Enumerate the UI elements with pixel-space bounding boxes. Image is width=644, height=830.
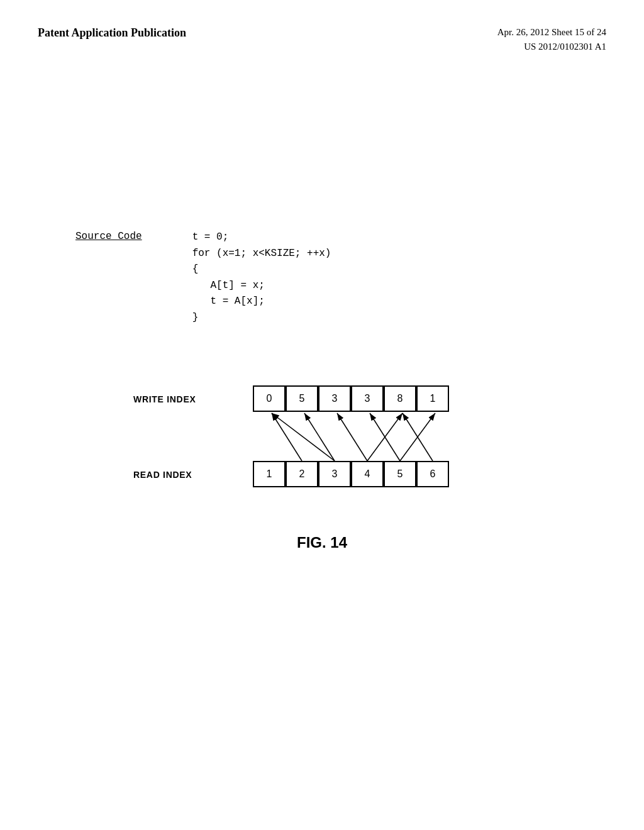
read-index-boxes: 123456 <box>253 461 449 487</box>
figure-label: FIG. 14 <box>297 534 347 551</box>
read-index-label: READ INDEX <box>133 470 192 480</box>
write-box-0: 0 <box>253 385 286 412</box>
header-title-text: Patent Application Publication <box>38 26 186 39</box>
write-index-label: WRITE INDEX <box>133 394 196 404</box>
publication-title: Patent Application Publication <box>38 25 186 41</box>
svg-line-8 <box>400 413 435 461</box>
source-code-section: Source Code t = 0; for (x=1; x<KSIZE; ++… <box>75 230 606 326</box>
write-box-4: 8 <box>384 385 416 412</box>
svg-line-7 <box>367 413 402 461</box>
read-box-1: 2 <box>286 461 318 487</box>
read-box-4: 5 <box>384 461 416 487</box>
page-header: Patent Application Publication Apr. 26, … <box>38 25 606 53</box>
header-date-sheet: Apr. 26, 2012 Sheet 15 of 24 <box>497 25 606 40</box>
source-code-label: Source Code <box>75 230 142 242</box>
diagram-container: WRITE INDEX READ INDEX 053381 123456 <box>133 377 511 515</box>
page: Patent Application Publication Apr. 26, … <box>0 0 644 830</box>
write-box-1: 5 <box>286 385 318 412</box>
svg-line-4 <box>370 413 400 461</box>
write-box-3: 3 <box>351 385 384 412</box>
svg-line-1 <box>272 413 302 461</box>
svg-line-2 <box>304 413 335 461</box>
read-box-2: 3 <box>318 461 351 487</box>
read-box-3: 4 <box>351 461 384 487</box>
svg-line-3 <box>337 413 367 461</box>
read-box-0: 1 <box>253 461 286 487</box>
svg-line-6 <box>272 413 335 461</box>
write-index-boxes: 053381 <box>253 385 449 412</box>
code-block: t = 0; for (x=1; x<KSIZE; ++x) { A[t] = … <box>192 230 331 326</box>
write-box-2: 3 <box>318 385 351 412</box>
read-box-5: 6 <box>416 461 449 487</box>
header-patent-number: US 2012/0102301 A1 <box>497 40 606 54</box>
svg-line-5 <box>402 413 433 461</box>
header-meta: Apr. 26, 2012 Sheet 15 of 24 US 2012/010… <box>497 25 606 53</box>
write-box-5: 1 <box>416 385 449 412</box>
diagram-section: WRITE INDEX READ INDEX 053381 123456 <box>38 377 606 551</box>
